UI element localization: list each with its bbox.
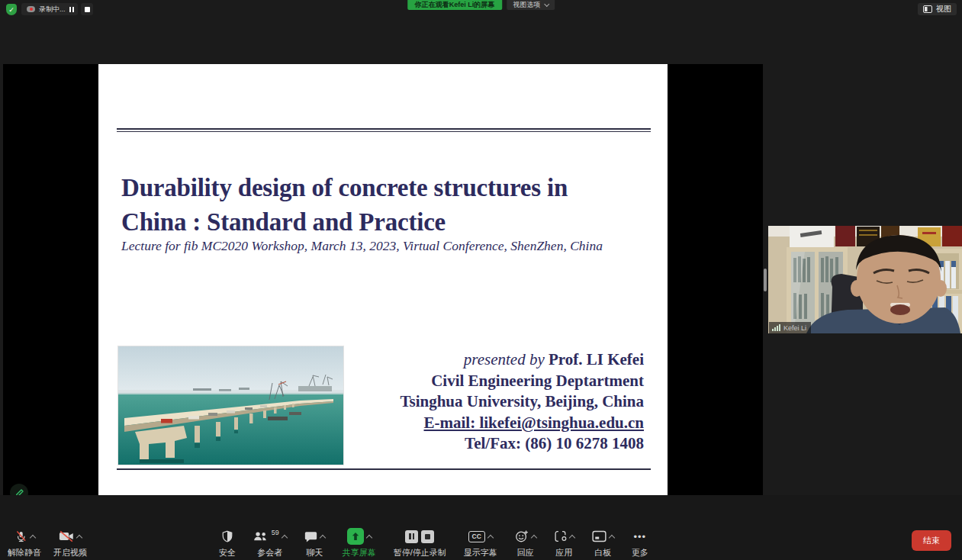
chevron-up-icon[interactable] (29, 534, 35, 540)
reactions-button[interactable]: 回应 (515, 529, 536, 558)
view-options-dropdown[interactable]: 视图选项 (507, 0, 555, 10)
stop-recording-icon[interactable] (421, 530, 434, 543)
end-meeting-button[interactable]: 结束 (912, 530, 951, 551)
check-icon: ✓ (8, 6, 14, 14)
smiley-plus-icon (515, 529, 529, 543)
chat-bubble-icon (304, 530, 317, 543)
meeting-topbar: ✓ 录制中... 你正在观看Kefei Li的屏幕 视图选项 视图 (0, 0, 962, 18)
view-label: 视图 (936, 4, 951, 14)
recording-indicator[interactable]: 录制中... (21, 3, 71, 15)
slide-title: Durability design of concrete structures… (121, 171, 648, 240)
meeting-toolbar: 解除静音 开启视频 (0, 495, 962, 560)
more-dots-icon: ••• (633, 531, 646, 542)
recording-label: 录制中... (39, 5, 66, 14)
presented-by-line: presented by Prof. LI Kefei (171, 349, 644, 371)
shared-screen-area: Durability design of concrete structures… (3, 64, 763, 495)
whiteboard-icon (592, 530, 606, 542)
view-button[interactable]: 视图 (918, 3, 957, 15)
start-video-button[interactable]: 开启视频 (53, 529, 87, 558)
chevron-down-icon (544, 2, 549, 7)
university-line: Tsinghua University, Beijing, China (171, 391, 644, 413)
captions-button[interactable]: CC 显示字幕 (464, 529, 497, 558)
webcam-video-image (768, 226, 962, 333)
mic-muted-icon (14, 529, 27, 543)
stop-recording-button[interactable] (81, 3, 93, 15)
pause-recording-button[interactable] (66, 3, 78, 15)
unmute-button[interactable]: 解除静音 (8, 529, 41, 558)
stop-icon (85, 7, 90, 12)
screen-share-banner-group: 你正在观看Kefei Li的屏幕 视图选项 (407, 0, 555, 10)
chevron-up-icon[interactable] (487, 534, 493, 540)
participant-name-tag: Kefei Li (769, 322, 811, 333)
presenter-info-block: presented by Prof. LI Kefei Civil Engine… (171, 349, 644, 455)
chevron-up-icon[interactable] (530, 534, 536, 540)
pause-icon (69, 7, 71, 12)
more-button[interactable]: ••• 更多 (632, 529, 648, 558)
presentation-slide: Durability design of concrete structures… (98, 64, 668, 495)
apps-icon (554, 529, 567, 543)
email-line: E-mail: likefei@tsinghua.edu.cn (171, 413, 644, 434)
participants-button[interactable]: 59 参会者 (253, 529, 287, 558)
cc-icon: CC (468, 531, 485, 542)
view-options-label: 视图选项 (513, 0, 540, 10)
pause-stop-recording-button[interactable]: 暂停/停止录制 (394, 529, 446, 558)
whiteboard-button[interactable]: 白板 (592, 529, 614, 558)
chevron-up-icon[interactable] (319, 534, 325, 540)
department-line: Civil Engineering Deptartment (171, 371, 644, 392)
participants-count: 59 (272, 529, 279, 536)
pause-recording-icon[interactable] (405, 530, 418, 543)
slide-bottom-rule (117, 468, 651, 470)
network-signal-icon (772, 324, 780, 331)
apps-button[interactable]: 应用 (554, 529, 574, 558)
participant-video-thumbnail[interactable]: Kefei Li (768, 226, 962, 333)
telfax-line: Tel/Fax: (86) 10 6278 1408 (171, 433, 644, 455)
participant-name: Kefei Li (783, 324, 806, 332)
security-button[interactable]: 安全 (219, 529, 236, 558)
panel-resize-handle[interactable] (764, 269, 767, 291)
chevron-up-icon[interactable] (568, 534, 574, 540)
shield-icon (221, 529, 233, 543)
participants-icon (253, 530, 268, 542)
watching-screen-banner: 你正在观看Kefei Li的屏幕 (407, 0, 503, 10)
chat-button[interactable]: 聊天 (304, 529, 325, 558)
camera-off-icon (59, 530, 74, 542)
share-screen-button[interactable]: 共享屏幕 (343, 529, 376, 558)
slide-subtitle: Lecture for fib MC2020 Workshop, March 1… (121, 238, 655, 254)
security-shield-check-icon[interactable]: ✓ (6, 4, 17, 15)
chevron-up-icon[interactable] (608, 534, 614, 540)
chevron-up-icon[interactable] (76, 534, 82, 540)
chevron-up-icon[interactable] (281, 534, 287, 540)
slide-top-rule (117, 128, 651, 132)
chevron-up-icon[interactable] (365, 534, 372, 540)
share-screen-icon (347, 528, 364, 545)
layout-view-icon (923, 5, 932, 13)
cloud-recording-icon (27, 6, 35, 12)
